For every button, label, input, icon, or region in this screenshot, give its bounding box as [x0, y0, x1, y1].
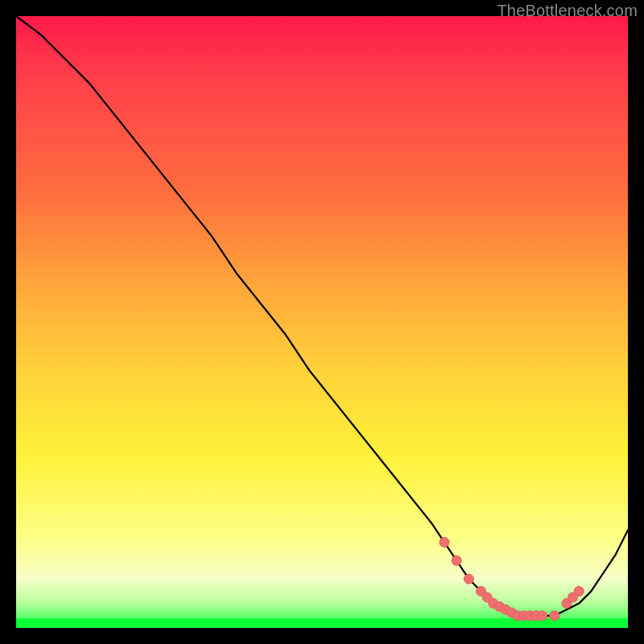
curve-layer: [16, 16, 628, 628]
curve-marker: [452, 555, 461, 565]
curve-marker: [574, 586, 584, 596]
curve-marker: [440, 538, 449, 547]
chart-root: TheBottleneck.com: [0, 0, 644, 644]
curve-marker: [538, 611, 547, 621]
plot-area: [16, 16, 628, 628]
bottleneck-curve: [16, 16, 628, 616]
watermark-text: TheBottleneck.com: [497, 2, 638, 20]
marker-group: [440, 538, 584, 621]
curve-marker: [464, 574, 473, 584]
curve-marker: [550, 611, 559, 621]
